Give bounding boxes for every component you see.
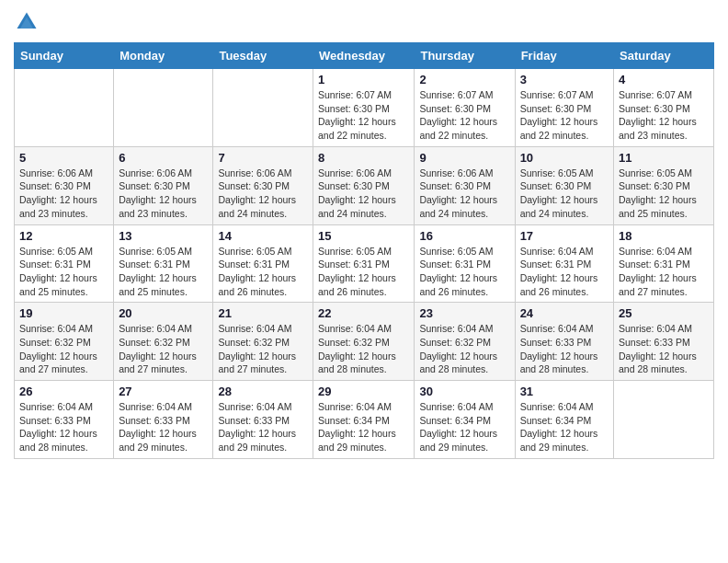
day-info: Sunrise: 6:05 AM Sunset: 6:31 PM Dayligh… — [19, 245, 108, 299]
calendar-cell: 25Sunrise: 6:04 AM Sunset: 6:33 PM Dayli… — [614, 303, 714, 381]
calendar-cell: 12Sunrise: 6:05 AM Sunset: 6:31 PM Dayli… — [15, 224, 114, 303]
day-info: Sunrise: 6:07 AM Sunset: 6:30 PM Dayligh… — [419, 88, 509, 143]
calendar-cell: 15Sunrise: 6:05 AM Sunset: 6:31 PM Dayli… — [313, 224, 415, 303]
calendar-cell: 19Sunrise: 6:04 AM Sunset: 6:32 PM Dayli… — [15, 303, 114, 381]
day-info: Sunrise: 6:04 AM Sunset: 6:32 PM Dayligh… — [119, 322, 208, 376]
day-info: Sunrise: 6:05 AM Sunset: 6:31 PM Dayligh… — [419, 245, 509, 299]
day-number: 11 — [619, 151, 709, 165]
day-info: Sunrise: 6:04 AM Sunset: 6:33 PM Dayligh… — [619, 322, 709, 376]
day-number: 3 — [520, 73, 609, 86]
day-number: 29 — [318, 385, 409, 398]
calendar-cell: 31Sunrise: 6:04 AM Sunset: 6:34 PM Dayli… — [515, 381, 613, 459]
day-number: 25 — [619, 306, 709, 320]
day-number: 5 — [19, 151, 108, 165]
logo-icon — [14, 9, 40, 35]
calendar-cell: 7Sunrise: 6:06 AM Sunset: 6:30 PM Daylig… — [213, 146, 313, 224]
calendar-cell: 17Sunrise: 6:04 AM Sunset: 6:31 PM Dayli… — [515, 224, 613, 303]
calendar-table: SundayMondayTuesdayWednesdayThursdayFrid… — [14, 42, 714, 459]
day-number: 28 — [218, 385, 308, 398]
day-number: 24 — [520, 306, 609, 320]
calendar-cell: 5Sunrise: 6:06 AM Sunset: 6:30 PM Daylig… — [15, 146, 114, 224]
day-info: Sunrise: 6:04 AM Sunset: 6:34 PM Dayligh… — [419, 400, 509, 454]
day-number: 14 — [218, 229, 308, 243]
week-row-4: 19Sunrise: 6:04 AM Sunset: 6:32 PM Dayli… — [15, 303, 714, 381]
day-number: 27 — [119, 385, 208, 398]
calendar-cell: 6Sunrise: 6:06 AM Sunset: 6:30 PM Daylig… — [114, 146, 213, 224]
day-number: 15 — [318, 229, 409, 243]
day-number: 17 — [520, 229, 609, 243]
calendar-cell: 30Sunrise: 6:04 AM Sunset: 6:34 PM Dayli… — [415, 381, 515, 459]
day-info: Sunrise: 6:07 AM Sunset: 6:30 PM Dayligh… — [520, 88, 609, 143]
day-number: 13 — [119, 229, 208, 243]
calendar-cell: 13Sunrise: 6:05 AM Sunset: 6:31 PM Dayli… — [114, 224, 213, 303]
day-info: Sunrise: 6:07 AM Sunset: 6:30 PM Dayligh… — [619, 88, 709, 143]
weekday-header-sunday: Sunday — [15, 43, 114, 69]
day-info: Sunrise: 6:05 AM Sunset: 6:30 PM Dayligh… — [520, 167, 609, 221]
week-row-2: 5Sunrise: 6:06 AM Sunset: 6:30 PM Daylig… — [15, 146, 714, 224]
logo — [14, 9, 43, 35]
calendar-cell: 24Sunrise: 6:04 AM Sunset: 6:33 PM Dayli… — [515, 303, 613, 381]
day-number: 8 — [318, 151, 409, 165]
day-info: Sunrise: 6:06 AM Sunset: 6:30 PM Dayligh… — [119, 167, 208, 221]
weekday-header-thursday: Thursday — [415, 43, 515, 69]
calendar-cell: 18Sunrise: 6:04 AM Sunset: 6:31 PM Dayli… — [614, 224, 714, 303]
day-info: Sunrise: 6:06 AM Sunset: 6:30 PM Dayligh… — [19, 167, 108, 221]
calendar-cell: 21Sunrise: 6:04 AM Sunset: 6:32 PM Dayli… — [213, 303, 313, 381]
day-number: 26 — [19, 385, 108, 398]
calendar-cell: 23Sunrise: 6:04 AM Sunset: 6:32 PM Dayli… — [415, 303, 515, 381]
day-number: 19 — [19, 306, 108, 320]
calendar-cell: 8Sunrise: 6:06 AM Sunset: 6:30 PM Daylig… — [313, 146, 415, 224]
day-number: 22 — [318, 306, 409, 320]
day-number: 30 — [419, 385, 509, 398]
day-info: Sunrise: 6:07 AM Sunset: 6:30 PM Dayligh… — [318, 88, 409, 143]
calendar-cell: 11Sunrise: 6:05 AM Sunset: 6:30 PM Dayli… — [614, 146, 714, 224]
weekday-header-monday: Monday — [114, 43, 213, 69]
weekday-header-row: SundayMondayTuesdayWednesdayThursdayFrid… — [15, 43, 714, 69]
calendar-cell: 28Sunrise: 6:04 AM Sunset: 6:33 PM Dayli… — [213, 381, 313, 459]
week-row-5: 26Sunrise: 6:04 AM Sunset: 6:33 PM Dayli… — [15, 381, 714, 459]
day-info: Sunrise: 6:04 AM Sunset: 6:32 PM Dayligh… — [19, 322, 108, 376]
day-info: Sunrise: 6:05 AM Sunset: 6:31 PM Dayligh… — [119, 245, 208, 299]
calendar-cell: 1Sunrise: 6:07 AM Sunset: 6:30 PM Daylig… — [313, 69, 415, 147]
calendar-cell: 16Sunrise: 6:05 AM Sunset: 6:31 PM Dayli… — [415, 224, 515, 303]
day-info: Sunrise: 6:05 AM Sunset: 6:30 PM Dayligh… — [619, 167, 709, 221]
weekday-header-tuesday: Tuesday — [213, 43, 313, 69]
day-info: Sunrise: 6:05 AM Sunset: 6:31 PM Dayligh… — [318, 245, 409, 299]
day-info: Sunrise: 6:06 AM Sunset: 6:30 PM Dayligh… — [419, 167, 509, 221]
calendar-cell: 20Sunrise: 6:04 AM Sunset: 6:32 PM Dayli… — [114, 303, 213, 381]
day-number: 10 — [520, 151, 609, 165]
calendar-cell — [213, 69, 313, 147]
day-info: Sunrise: 6:04 AM Sunset: 6:33 PM Dayligh… — [218, 400, 308, 454]
day-info: Sunrise: 6:06 AM Sunset: 6:30 PM Dayligh… — [318, 167, 409, 221]
day-info: Sunrise: 6:04 AM Sunset: 6:31 PM Dayligh… — [619, 245, 709, 299]
day-number: 12 — [19, 229, 108, 243]
calendar-cell — [614, 381, 714, 459]
weekday-header-wednesday: Wednesday — [313, 43, 415, 69]
day-info: Sunrise: 6:04 AM Sunset: 6:33 PM Dayligh… — [119, 400, 208, 454]
day-info: Sunrise: 6:04 AM Sunset: 6:32 PM Dayligh… — [318, 322, 409, 376]
day-number: 1 — [318, 73, 409, 86]
day-number: 31 — [520, 385, 609, 398]
day-info: Sunrise: 6:04 AM Sunset: 6:34 PM Dayligh… — [318, 400, 409, 454]
calendar-cell — [114, 69, 213, 147]
day-number: 23 — [419, 306, 509, 320]
day-number: 21 — [218, 306, 308, 320]
day-number: 16 — [419, 229, 509, 243]
calendar-cell: 22Sunrise: 6:04 AM Sunset: 6:32 PM Dayli… — [313, 303, 415, 381]
day-info: Sunrise: 6:04 AM Sunset: 6:32 PM Dayligh… — [218, 322, 308, 376]
day-info: Sunrise: 6:04 AM Sunset: 6:32 PM Dayligh… — [419, 322, 509, 376]
calendar-cell: 2Sunrise: 6:07 AM Sunset: 6:30 PM Daylig… — [415, 69, 515, 147]
day-info: Sunrise: 6:04 AM Sunset: 6:33 PM Dayligh… — [520, 322, 609, 376]
calendar-cell: 9Sunrise: 6:06 AM Sunset: 6:30 PM Daylig… — [415, 146, 515, 224]
week-row-1: 1Sunrise: 6:07 AM Sunset: 6:30 PM Daylig… — [15, 69, 714, 147]
calendar-cell: 3Sunrise: 6:07 AM Sunset: 6:30 PM Daylig… — [515, 69, 613, 147]
weekday-header-saturday: Saturday — [614, 43, 714, 69]
day-info: Sunrise: 6:04 AM Sunset: 6:34 PM Dayligh… — [520, 400, 609, 454]
day-number: 4 — [619, 73, 709, 86]
day-number: 20 — [119, 306, 208, 320]
day-number: 6 — [119, 151, 208, 165]
day-number: 18 — [619, 229, 709, 243]
calendar-cell: 14Sunrise: 6:05 AM Sunset: 6:31 PM Dayli… — [213, 224, 313, 303]
calendar-cell: 27Sunrise: 6:04 AM Sunset: 6:33 PM Dayli… — [114, 381, 213, 459]
day-info: Sunrise: 6:05 AM Sunset: 6:31 PM Dayligh… — [218, 245, 308, 299]
